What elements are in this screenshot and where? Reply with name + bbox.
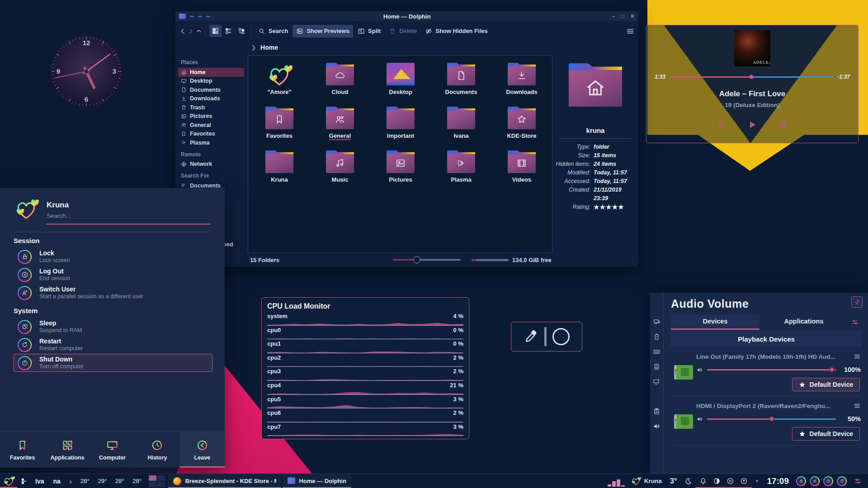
search-button[interactable]: Search xyxy=(255,25,292,38)
folder-ivana[interactable]: Ivana xyxy=(433,105,490,149)
volume-slider[interactable] xyxy=(707,418,836,420)
volume-knob[interactable] xyxy=(830,367,835,372)
launcher-tab-applications[interactable]: Applications xyxy=(45,432,90,468)
folder-amore[interactable]: "Amore" xyxy=(251,61,308,105)
zoom-slider[interactable] xyxy=(393,259,461,261)
seek-slider[interactable] xyxy=(670,76,833,78)
close-button[interactable]: ✕ xyxy=(630,13,635,19)
volume-knob[interactable] xyxy=(769,417,774,422)
system-load-graph[interactable] xyxy=(606,474,627,488)
mute-icon[interactable] xyxy=(696,366,703,373)
session-power-icon[interactable] xyxy=(823,476,833,486)
audio-tab-applications[interactable]: Applications xyxy=(760,314,848,330)
color-swatch-circle[interactable] xyxy=(552,328,570,345)
menu-item-shut-down[interactable]: Shut DownTurn off computer xyxy=(14,354,212,372)
sidebar-item-favorites[interactable]: Favorites xyxy=(178,130,244,139)
folder-important[interactable]: Important xyxy=(372,105,429,149)
folder-music[interactable]: Music xyxy=(311,149,368,192)
user-switcher[interactable]: Kruna xyxy=(627,476,666,486)
app-launcher-button[interactable] xyxy=(0,474,17,488)
mute-icon[interactable] xyxy=(696,416,703,422)
folder-downloads[interactable]: Downloads xyxy=(493,61,550,105)
night-color-icon[interactable] xyxy=(681,477,695,485)
show-hidden-files-button[interactable]: Show Hidden Files xyxy=(421,25,491,38)
virtual-desktop-pager[interactable] xyxy=(149,475,165,487)
sidebar-item-general[interactable]: General xyxy=(178,121,244,130)
zoom-slider-knob[interactable] xyxy=(413,256,420,263)
menu-item-switch-user[interactable]: Switch UserStart a parallel session as a… xyxy=(14,284,212,302)
launcher-tab-computer[interactable]: Computer xyxy=(90,432,135,468)
sidebar-item-desktop[interactable]: Desktop xyxy=(178,77,244,86)
sidebar-item-pictures[interactable]: Pictures xyxy=(178,112,244,121)
launcher-tab-leave[interactable]: Leave xyxy=(180,432,225,468)
sidebar-item-trash[interactable]: Trash xyxy=(178,103,244,112)
folder-kruna[interactable]: Kruna xyxy=(251,149,308,192)
media-device-icon[interactable] xyxy=(653,363,660,371)
digital-clock[interactable]: 17:09 xyxy=(762,476,794,486)
tree-view-button[interactable] xyxy=(236,25,248,37)
folder-plasma[interactable]: Plasma xyxy=(433,149,490,192)
device-menu-icon[interactable] xyxy=(854,353,861,360)
triangle-up-icon[interactable]: ▲ xyxy=(65,479,76,484)
session-switchuser-icon[interactable] xyxy=(810,476,820,486)
weather-forecast-temp[interactable]: 28° xyxy=(128,478,146,484)
weather-forecast-temp[interactable]: 29° xyxy=(94,478,111,484)
weather-forecast-temp[interactable]: 28° xyxy=(111,478,128,484)
upcirc-icon[interactable] xyxy=(740,477,748,485)
weather-temperature[interactable]: 3° xyxy=(666,477,681,485)
search-input[interactable] xyxy=(47,212,210,219)
sidebar-item-documents[interactable]: Documents xyxy=(178,85,244,94)
folder-documents[interactable]: Documents xyxy=(433,61,490,105)
show-previews-button[interactable]: Show Previews xyxy=(292,25,353,38)
play-button[interactable] xyxy=(747,119,758,130)
pin-button[interactable] xyxy=(851,296,863,308)
activity-label[interactable]: na xyxy=(48,478,65,485)
forward-button[interactable] xyxy=(187,28,194,35)
default-device-button[interactable]: Default Device xyxy=(792,427,860,441)
volume-slider[interactable] xyxy=(707,369,836,371)
delete-button[interactable]: Delete xyxy=(385,25,420,38)
folder-view[interactable]: "Amore"CloudDesktopDocumentsDownloadsFav… xyxy=(248,55,552,253)
audio-config-icon[interactable] xyxy=(848,319,862,326)
default-device-button[interactable]: Default Device xyxy=(792,378,860,391)
device-menu-icon[interactable] xyxy=(854,402,861,409)
pausecirc-icon[interactable] xyxy=(726,477,734,485)
keyboard-icon[interactable] xyxy=(653,348,660,356)
up-button[interactable] xyxy=(195,28,203,35)
session-lock-icon[interactable] xyxy=(796,476,806,486)
menu-item-lock[interactable]: LockLock screen xyxy=(14,248,212,266)
menu-item-log-out[interactable]: Log OutEnd session xyxy=(14,266,212,284)
eyedropper-icon[interactable] xyxy=(524,329,538,344)
session-sleepmoon-icon[interactable] xyxy=(837,476,847,486)
activity-label[interactable]: Iva xyxy=(31,478,48,485)
launcher-tab-history[interactable]: History xyxy=(135,432,179,468)
task-button[interactable]: Breeze-Splendent - KDE Store - Mo... xyxy=(168,474,281,488)
dolphin-titlebar[interactable]: Home — Dolphin – □ ✕ xyxy=(175,11,638,21)
contrast-icon[interactable] xyxy=(713,477,721,485)
battery-missing-icon[interactable] xyxy=(653,333,660,341)
folder-kdestore[interactable]: KDE-Store xyxy=(493,105,550,149)
icons-view-button[interactable] xyxy=(209,25,222,37)
settings-slider-icon[interactable] xyxy=(849,477,866,485)
folder-pictures[interactable]: Pictures xyxy=(372,149,429,192)
bell-icon[interactable] xyxy=(699,477,707,485)
folder-favorites[interactable]: Favorites xyxy=(251,105,308,149)
split-button[interactable]: Split xyxy=(354,25,384,38)
previous-track-button[interactable] xyxy=(716,119,727,130)
folder-cloud[interactable]: Cloud xyxy=(311,61,368,105)
folder-desktop[interactable]: Desktop xyxy=(372,61,429,105)
task-button[interactable]: Home — Dolphin xyxy=(283,474,351,488)
launcher-tab-favorites[interactable]: Favorites xyxy=(0,432,45,468)
folder-videos[interactable]: Videos xyxy=(493,149,550,192)
clipboard-icon[interactable] xyxy=(653,408,660,415)
display-connector-icon[interactable] xyxy=(653,318,660,326)
tray-expander-icon[interactable]: ▼ xyxy=(752,479,762,483)
sidebar-item-home[interactable]: Home xyxy=(178,68,244,77)
rating-stars[interactable]: ★★★★★ xyxy=(594,203,624,211)
sidebar-item-network[interactable]: Network xyxy=(178,160,244,169)
breadcrumb-home[interactable]: Home xyxy=(260,44,278,51)
sidebar-item-plasma[interactable]: Plasma xyxy=(178,138,244,147)
menu-item-sleep[interactable]: SleepSuspend to RAM xyxy=(14,318,212,336)
back-button[interactable] xyxy=(179,28,186,35)
weather-forecast-temp[interactable]: 28° xyxy=(76,478,94,484)
